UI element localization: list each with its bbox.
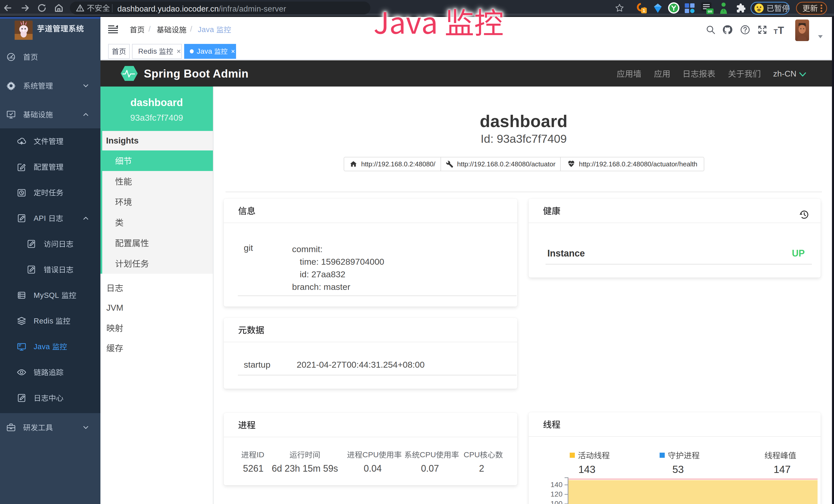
svg-text:on: on: [708, 9, 712, 13]
svg-text:1: 1: [643, 8, 645, 13]
